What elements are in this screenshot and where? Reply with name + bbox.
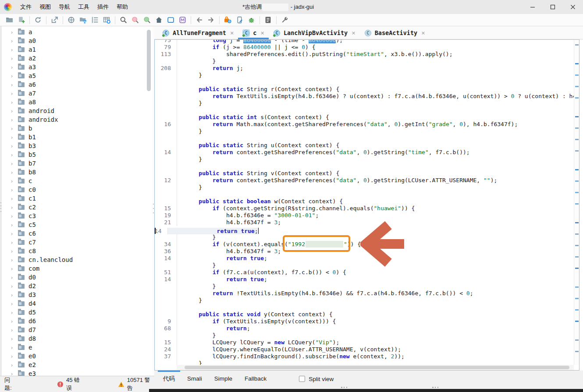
heap-usage-icon[interactable]	[101, 15, 113, 25]
tree-item-c[interactable]: ›c	[2, 177, 152, 185]
tab-close-icon[interactable]: ×	[352, 29, 355, 36]
chevron-right-icon[interactable]: ›	[8, 195, 16, 202]
tree-item-d3[interactable]: ›d3	[2, 290, 152, 299]
tree-item-d8[interactable]: ›d8	[2, 334, 152, 343]
tree-item-c1[interactable]: ›c1	[2, 194, 152, 203]
menu-帮助[interactable]: 帮助	[113, 0, 132, 14]
marker-tick[interactable]	[575, 74, 579, 76]
tree-item-a2[interactable]: ›a2	[2, 54, 152, 63]
marker-tick[interactable]	[575, 256, 579, 258]
chevron-right-icon[interactable]: ›	[8, 248, 16, 254]
reload-icon[interactable]	[32, 15, 44, 25]
tree-item-d2[interactable]: ›d2	[2, 282, 152, 290]
chevron-right-icon[interactable]: ›	[8, 353, 16, 360]
tab-close-icon[interactable]: ×	[261, 29, 264, 36]
menu-文件[interactable]: 文件	[16, 0, 36, 14]
comment-search-icon[interactable]	[141, 15, 153, 25]
tree-item-b7[interactable]: ›b7	[2, 159, 152, 168]
tree-item-b[interactable]: ›b	[2, 124, 152, 133]
tab-AllTuneFragment[interactable]: CAllTuneFragment×	[158, 26, 238, 39]
tree-item-e3[interactable]: ›e3	[2, 369, 152, 376]
marker-tick[interactable]	[575, 309, 579, 311]
chevron-right-icon[interactable]: ›	[8, 187, 16, 193]
mode-tab-代码[interactable]: 代码	[158, 371, 180, 387]
mode-tab-Fallback[interactable]: Fallback	[239, 371, 272, 387]
tree-item-c0[interactable]: ›c0	[2, 185, 152, 194]
chevron-right-icon[interactable]: ›	[8, 222, 16, 228]
chevron-right-icon[interactable]: ›	[8, 327, 16, 333]
chevron-right-icon[interactable]: ›	[8, 204, 16, 211]
chevron-right-icon[interactable]: ›	[8, 362, 16, 368]
mode-tab-Simple[interactable]: Simple	[209, 371, 238, 387]
chevron-right-icon[interactable]: ›	[8, 300, 16, 307]
panel-grip-handle[interactable]	[432, 387, 438, 388]
chevron-right-icon[interactable]: ›	[8, 81, 16, 88]
marker-tick[interactable]	[575, 245, 579, 246]
tree-item-android[interactable]: ›android	[2, 106, 152, 115]
tree-item-a5[interactable]: ›a5	[2, 71, 152, 80]
marker-tick[interactable]	[575, 286, 579, 288]
tab-c[interactable]: Cc×	[238, 26, 269, 39]
chevron-right-icon[interactable]: ›	[8, 335, 16, 342]
tree-item-b3[interactable]: ›b3	[2, 141, 152, 150]
chevron-right-icon[interactable]: ›	[8, 46, 16, 53]
error-count[interactable]: 45 错误	[66, 376, 85, 392]
tree-item-d4[interactable]: ›d4	[2, 299, 152, 308]
tree-item-c3[interactable]: ›c3	[2, 212, 152, 220]
tab-BaseActivity[interactable]: CBaseActivity×	[360, 26, 430, 39]
tree-item-b1[interactable]: ›b1	[2, 133, 152, 141]
chevron-right-icon[interactable]: ›	[8, 265, 16, 272]
chevron-right-icon[interactable]: ›	[8, 344, 16, 351]
tree-item-d0[interactable]: ›d0	[2, 273, 152, 282]
split-view-toggle[interactable]: Split view	[299, 376, 334, 382]
sidebar-scrollbar-thumb[interactable]	[147, 30, 151, 91]
code-area[interactable]: 75 long j = 86400000 - (time - 86400000)…	[154, 39, 579, 371]
tree-item-d7[interactable]: ›d7	[2, 325, 152, 334]
tree-item-a0[interactable]: ›a0	[2, 36, 152, 45]
marker-tick[interactable]	[575, 351, 579, 352]
chevron-right-icon[interactable]: ›	[8, 55, 16, 62]
preferences-icon[interactable]	[279, 15, 291, 25]
chevron-right-icon[interactable]: ›	[8, 152, 16, 158]
marker-tick[interactable]	[575, 298, 579, 299]
tree-item-c2[interactable]: ›c2	[2, 203, 152, 212]
tab-close-icon[interactable]: ×	[421, 29, 425, 36]
horizontal-scrollbar[interactable]	[177, 365, 574, 370]
flat-packages-icon[interactable]	[89, 15, 101, 25]
tree-item-b8[interactable]: ›b8	[2, 168, 152, 177]
horizontal-scrollbar-thumb[interactable]	[185, 366, 569, 369]
chevron-right-icon[interactable]: ›	[8, 90, 16, 97]
chevron-right-icon[interactable]: ›	[8, 239, 16, 246]
log-viewer-icon[interactable]	[262, 15, 274, 25]
tree-item-c5[interactable]: ›c5	[2, 220, 152, 229]
split-view-checkbox[interactable]	[299, 376, 305, 382]
chevron-right-icon[interactable]: ›	[8, 143, 16, 149]
menu-工具[interactable]: 工具	[74, 0, 93, 14]
chevron-right-icon[interactable]: ›	[8, 230, 16, 237]
back-icon[interactable]	[193, 15, 205, 25]
marker-tick[interactable]	[575, 86, 579, 87]
tree-item-c6[interactable]: ›c6	[2, 229, 152, 238]
chevron-right-icon[interactable]: ›	[8, 73, 16, 79]
minimize-button[interactable]	[523, 0, 543, 14]
deobfuscation-icon[interactable]	[65, 15, 77, 25]
menu-视图[interactable]: 视图	[36, 0, 55, 14]
marker-bar[interactable]	[574, 40, 579, 365]
tree-item-c8[interactable]: ›c8	[2, 247, 152, 255]
chevron-right-icon[interactable]: ›	[8, 117, 16, 123]
chevron-right-icon[interactable]: ›	[8, 29, 16, 35]
chevron-right-icon[interactable]: ›	[8, 309, 16, 316]
chevron-right-icon[interactable]: ›	[8, 64, 16, 71]
tree-item-a3[interactable]: ›a3	[2, 63, 152, 71]
chevron-right-icon[interactable]: ›	[8, 257, 16, 263]
tab-close-icon[interactable]: ×	[230, 29, 234, 36]
search-icon[interactable]	[117, 15, 129, 25]
tree-item-d6[interactable]: ›d6	[2, 317, 152, 325]
panel-grip-handle[interactable]	[341, 387, 347, 388]
marker-tick[interactable]	[575, 268, 579, 269]
marker-tick[interactable]	[575, 180, 579, 182]
deobf-settings-icon[interactable]	[222, 15, 234, 25]
mode-tab-Smali[interactable]: Smali	[182, 371, 207, 387]
tree-item-d5[interactable]: ›d5	[2, 308, 152, 317]
sync-icon[interactable]	[77, 15, 89, 25]
